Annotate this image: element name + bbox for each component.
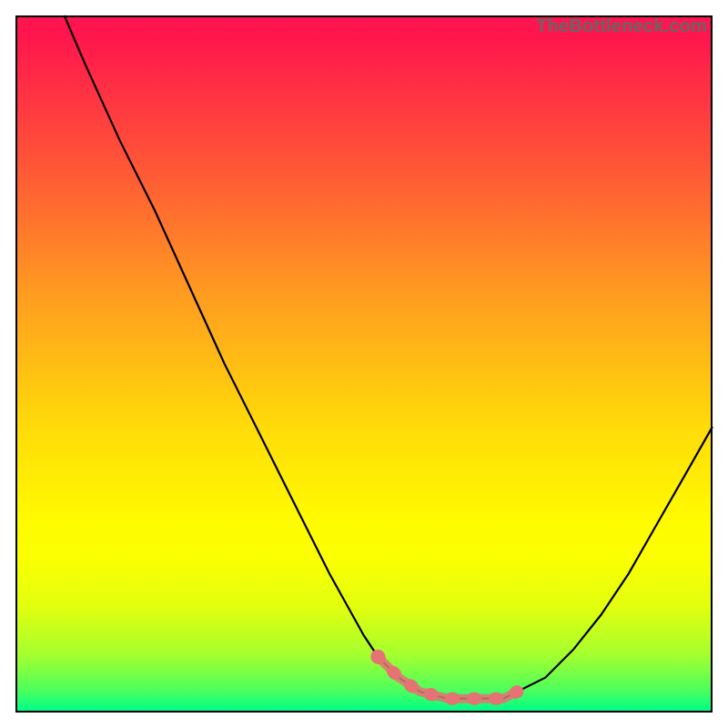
chart-container: TheBottleneck.com [0,0,728,728]
watermark-text: TheBottleneck.com [536,15,707,36]
plot-area: TheBottleneck.com [15,15,713,713]
